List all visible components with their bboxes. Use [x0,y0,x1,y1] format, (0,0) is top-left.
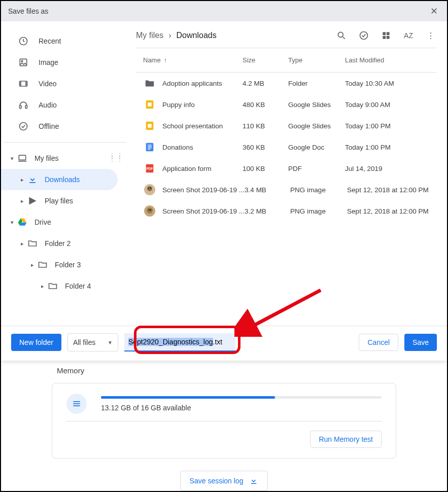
svg-rect-24 [148,148,151,148]
tree-item-label: Drive [35,218,51,226]
more-options-icon[interactable]: ⋮ [425,29,437,42]
file-name: Donations [162,144,193,151]
table-row[interactable]: Adoption applicants4.2 MBFolderToday 10:… [136,73,437,94]
file-modified: Today 1:00 PM [345,122,437,130]
file-modified: Jul 14, 2019 [345,165,437,172]
image-icon [18,57,28,67]
dialog-title: Save files as [8,7,48,15]
breadcrumb-current: Downloads [177,31,217,40]
sort-asc-icon: ↑ [164,56,167,64]
table-row[interactable]: PDFApplication form100 KBPDFJul 14, 2019 [136,158,437,179]
table-row[interactable]: Donations360 KBGoogle DocToday 1:00 PM [136,136,437,158]
chevron-icon: ▸ [17,198,27,204]
tree-item-label: My files [35,154,58,162]
svg-rect-2 [73,405,80,406]
file-size: 360 KB [243,144,288,151]
file-type: PNG image [290,186,347,194]
sidebar-item-label: Audio [39,101,57,109]
tree-item-folder-2[interactable]: ▸Folder 2 [1,233,126,254]
filename-input[interactable] [124,333,235,352]
svg-point-31 [150,188,151,189]
tree-item-downloads[interactable]: ▸Downloads [1,169,118,190]
file-type: Folder [288,80,345,87]
svg-rect-10 [19,155,25,160]
tree-item-play-files[interactable]: ▸Play files [1,190,126,212]
file-modified: Today 10:30 AM [345,80,437,87]
file-modified: Sept 12, 2018 at 12:00 PM [347,186,437,194]
diagnostics-background: Memory 13.12 GB of 16 GB available Run M… [1,356,447,491]
grid-view-icon[interactable] [380,29,392,42]
save-session-log-label: Save session log [190,477,244,485]
table-row[interactable]: Screen Shot 2019-06-19 ...3.4 MBPNG imag… [136,179,437,200]
sidebar-item-offline[interactable]: Offline [1,116,126,137]
file-type: Google Doc [288,144,345,151]
chevron-right-icon: › [168,31,171,40]
svg-rect-1 [73,403,80,404]
search-icon[interactable] [335,29,348,42]
drive-icon [17,217,27,227]
table-row[interactable]: Puppy info480 KBGoogle SlidesToday 9:00 … [136,94,437,115]
tree-item-label: Folder 3 [55,261,81,269]
file-type: PDF [288,165,345,172]
file-type-filter-label: All files [73,338,95,346]
svg-point-29 [147,186,152,191]
file-table: Name↑ Size Type Last Modified Adoption a… [136,48,437,222]
cancel-button[interactable]: Cancel [359,334,398,351]
tree-item-label: Folder 2 [45,239,71,248]
svg-rect-4 [20,59,26,65]
folder-icon [38,260,48,270]
drag-handle-icon[interactable]: ⋮⋮⋮⋮ [109,154,124,160]
col-size[interactable]: Size [243,56,288,64]
svg-rect-15 [383,36,386,39]
slides-icon [143,119,156,132]
svg-rect-0 [73,401,80,402]
svg-point-11 [338,32,343,37]
file-name: Application form [162,165,212,172]
memory-text: 13.12 GB of 16 GB available [101,404,382,412]
sidebar-item-audio[interactable]: Audio [1,94,126,116]
video-icon [18,79,28,89]
col-name[interactable]: Name↑ [136,56,243,64]
tree-item-folder-3[interactable]: ▸Folder 3 [1,254,126,275]
sidebar-item-recent[interactable]: Recent [1,30,126,52]
breadcrumb-parent[interactable]: My files [136,31,163,40]
tree-item-my-files[interactable]: ▾My files [1,148,126,169]
svg-point-5 [21,60,23,62]
table-row[interactable]: School presentation110 KBGoogle SlidesTo… [136,115,437,136]
file-name: Adoption applicants [162,80,222,87]
save-session-log-button[interactable]: Save session log [180,471,268,491]
svg-rect-20 [148,124,151,127]
file-content-area: My files › Downloads AZ ⋮ Name↑ Size [126,21,447,326]
svg-rect-14 [387,32,390,35]
table-row[interactable]: Screen Shot 2019-06-19 ...3.2 MBPNG imag… [136,200,437,222]
svg-point-35 [150,209,151,210]
svg-rect-25 [148,149,150,150]
svg-rect-23 [148,146,151,147]
run-memory-test-button[interactable]: Run Memory test [310,431,382,448]
docs-icon [143,140,156,154]
new-folder-button[interactable]: New folder [11,334,61,351]
file-name: Screen Shot 2019-06-19 ... [162,207,245,215]
file-name: School presentation [162,122,223,130]
file-name: Screen Shot 2019-06-19 ... [162,186,245,194]
svg-point-12 [360,32,368,40]
save-file-dialog: Save files as ✕ RecentImageVideoAudioOff… [1,1,447,361]
memory-icon [66,394,87,414]
svg-rect-16 [387,36,390,39]
sort-az-icon[interactable]: AZ [402,29,415,42]
col-modified[interactable]: Last Modified [345,56,437,64]
file-modified: Today 1:00 PM [345,144,437,151]
sidebar-item-image[interactable]: Image [1,52,126,73]
save-button[interactable]: Save [404,334,437,351]
close-icon[interactable]: ✕ [428,6,440,17]
check-circle-icon[interactable] [358,29,370,42]
tree-item-drive[interactable]: ▾Drive [1,212,126,233]
file-modified: Today 9:00 AM [345,101,437,109]
memory-card: 13.12 GB of 16 GB available Run Memory t… [52,383,396,459]
folder-icon [27,238,38,249]
sidebar-item-video[interactable]: Video [1,73,126,94]
col-type[interactable]: Type [288,56,345,64]
file-type: Google Slides [288,122,345,130]
file-type-filter[interactable]: All files ▼ [67,333,118,352]
tree-item-folder-4[interactable]: ▸Folder 4 [1,275,126,297]
